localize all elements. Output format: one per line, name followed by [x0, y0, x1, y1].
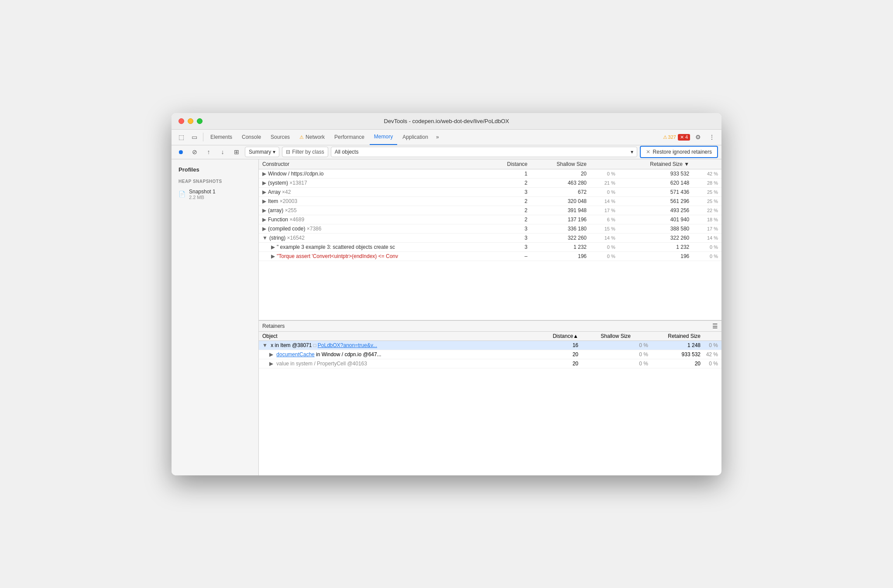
retainer-obj-2: ▶ documentCache in Window / cdpn.io @647…	[262, 351, 543, 358]
warn-icon: ⚠	[663, 134, 667, 140]
window-title: DevTools - codepen.io/web-dot-dev/live/P…	[384, 118, 509, 124]
restore-ignored-retainers-button[interactable]: ✕ Restore ignored retainers	[640, 146, 718, 158]
summary-label: Summary	[249, 149, 271, 155]
table-row[interactable]: ▶Window / https://cdpn.io 1 20 0 % 933 5…	[259, 169, 721, 178]
snapshot-icon: 📄	[179, 191, 185, 197]
expand-icon[interactable]: ▶	[269, 361, 273, 367]
retainer-retained-pct-2: 42 %	[701, 351, 718, 358]
retainer-retained-3: 20	[648, 361, 701, 367]
col-shallow-header: Shallow Size	[578, 333, 631, 339]
sort-desc-icon: ▼	[684, 161, 689, 167]
collapse-icon[interactable]: ▼	[262, 235, 268, 241]
content-area: Constructor Distance Shallow Size Retain…	[259, 159, 721, 475]
col-retained-header: Retained Size	[648, 333, 701, 339]
download-button[interactable]: ↓	[217, 146, 228, 158]
expand-icon[interactable]: ▶	[262, 198, 266, 204]
devtools-tabs-bar: ⬚ ▭ Elements Console Sources ⚠ Network P…	[172, 130, 721, 145]
col-object-header: Object	[262, 333, 543, 339]
warning-badge: ⚠ 327	[663, 134, 676, 140]
table-row[interactable]: ▶(array) ×255 2 391 948 17 % 493 256 22 …	[259, 206, 721, 215]
expand-icon[interactable]: ▶	[262, 207, 266, 213]
secondary-toolbar: ⏺ ⊘ ↑ ↓ ⊞ Summary ▾ ⊟ Filter by class Al…	[172, 145, 721, 159]
retainer-retained-pct-1: 0 %	[701, 342, 718, 348]
table-row[interactable]: ▶(system) ×13817 2 463 280 21 % 620 148 …	[259, 178, 721, 187]
retainers-scroll-icon[interactable]: ☰	[712, 323, 718, 330]
devtools-window: DevTools - codepen.io/web-dot-dev/live/P…	[172, 113, 721, 475]
sidebar-item-snapshot1[interactable]: 📄 Snapshot 1 2.2 MB	[175, 186, 255, 202]
retainer-shallow-pct-1: 0 %	[631, 342, 648, 348]
retainer-retained-pct-3: 0 %	[701, 361, 718, 367]
tab-application[interactable]: Application	[398, 129, 433, 145]
col-shallow-size: Shallow Size	[531, 159, 591, 169]
table-row[interactable]: ▶Array ×42 3 672 0 % 571 436 25 %	[259, 187, 721, 196]
upload-button[interactable]: ↑	[203, 146, 214, 158]
retainers-body[interactable]: ▼ x in Item @38071 □ PoLdbOX?anon=true&v…	[259, 341, 721, 475]
stop-button[interactable]: ⊘	[189, 146, 200, 158]
sidebar: Profiles HEAP SNAPSHOTS 📄 Snapshot 1 2.2…	[172, 159, 259, 475]
retainer-shallow-pct-2: 0 %	[631, 351, 648, 358]
settings-icon[interactable]: ⚙	[692, 131, 704, 143]
restore-label: Restore ignored retainers	[653, 149, 712, 155]
expand-icon[interactable]: ▶	[269, 351, 273, 358]
sidebar-title: Profiles	[175, 165, 255, 175]
tab-elements[interactable]: Elements	[206, 129, 237, 145]
tab-sources[interactable]: Sources	[266, 129, 294, 145]
snapshot-size: 2.2 MB	[189, 195, 216, 200]
clear-button[interactable]: ⊞	[231, 146, 242, 158]
summary-dropdown[interactable]: Summary ▾	[245, 147, 279, 157]
table-row[interactable]: ▶" example 3 example 3: scattered object…	[259, 242, 721, 251]
retainer-row-3[interactable]: ▶ value in system / PropertyCell @40163 …	[259, 359, 721, 368]
retainer-shallow-pct-3: 0 %	[631, 361, 648, 367]
retainers-table-header: Object Distance▲ Shallow Size Retained S…	[259, 332, 721, 341]
restore-icon: ✕	[646, 149, 650, 155]
title-bar: DevTools - codepen.io/web-dot-dev/live/P…	[172, 113, 721, 130]
objects-filter-select[interactable]: All objects ▾	[331, 147, 637, 157]
retainer-row-selected[interactable]: ▼ x in Item @38071 □ PoLdbOX?anon=true&v…	[259, 341, 721, 350]
tab-performance[interactable]: Performance	[330, 129, 369, 145]
tab-right-icons: ⚠ 327 ✕ 4 ⚙ ⋮	[663, 131, 718, 143]
tab-divider	[203, 133, 203, 141]
retainer-dist-3: 20	[543, 361, 578, 367]
select-element-icon[interactable]: ⬚	[175, 131, 187, 143]
error-badge: ✕ 4	[678, 134, 690, 141]
expand-icon[interactable]: ▶	[262, 226, 266, 232]
tab-network[interactable]: ⚠ Network	[295, 129, 329, 145]
filter-icon: ⊟	[286, 149, 290, 155]
close-button[interactable]	[179, 118, 184, 124]
record-button[interactable]: ⏺	[175, 146, 186, 158]
table-row[interactable]: ▼(string) ×16542 3 322 260 14 % 322 260 …	[259, 233, 721, 242]
child-expand-icon[interactable]: ▶	[271, 244, 275, 250]
snapshot-name: Snapshot 1	[189, 189, 216, 195]
expand-icon[interactable]: ▶	[262, 189, 266, 195]
col-distance-header: Distance▲	[543, 333, 578, 339]
more-tabs-button[interactable]: »	[433, 134, 442, 140]
chevron-down-icon: ▾	[273, 149, 275, 155]
minimize-button[interactable]	[188, 118, 193, 124]
more-options-icon[interactable]: ⋮	[706, 131, 718, 143]
expand-icon[interactable]: ▼	[262, 342, 268, 348]
expand-icon[interactable]: ▶	[262, 180, 266, 186]
device-mode-icon[interactable]: ▭	[188, 131, 200, 143]
maximize-button[interactable]	[197, 118, 203, 124]
table-row[interactable]: ▶Function ×4689 2 137 196 6 % 401 940 18…	[259, 215, 721, 224]
col-distance: Distance	[487, 159, 531, 169]
retainer-dist-1: 16	[543, 342, 578, 348]
main-area: Profiles HEAP SNAPSHOTS 📄 Snapshot 1 2.2…	[172, 159, 721, 475]
retainer-retained-1: 1 248	[648, 342, 701, 348]
select-chevron-icon: ▾	[631, 149, 633, 155]
heap-table-container[interactable]: Constructor Distance Shallow Size Retain…	[259, 159, 721, 320]
table-row[interactable]: ▶(compiled code) ×7386 3 336 180 15 % 38…	[259, 224, 721, 233]
table-row[interactable]: ▶"Torque assert 'Convert<uintptr>(endInd…	[259, 251, 721, 261]
expand-icon[interactable]: ▶	[262, 217, 266, 223]
network-warn-icon: ⚠	[299, 134, 304, 140]
tab-console[interactable]: Console	[237, 129, 265, 145]
filter-button[interactable]: ⊟ Filter by class	[282, 147, 328, 157]
table-row[interactable]: ▶Item ×20003 2 320 048 14 % 561 296 25 %	[259, 196, 721, 206]
retainer-row-2[interactable]: ▶ documentCache in Window / cdpn.io @647…	[259, 350, 721, 359]
tab-memory[interactable]: Memory	[370, 129, 397, 145]
child-expand-icon[interactable]: ▶	[271, 253, 275, 259]
retainer-retained-2: 933 532	[648, 351, 701, 358]
expand-icon[interactable]: ▶	[262, 171, 266, 177]
sidebar-section: HEAP SNAPSHOTS	[175, 178, 255, 185]
retainers-label: Retainers	[262, 323, 285, 329]
